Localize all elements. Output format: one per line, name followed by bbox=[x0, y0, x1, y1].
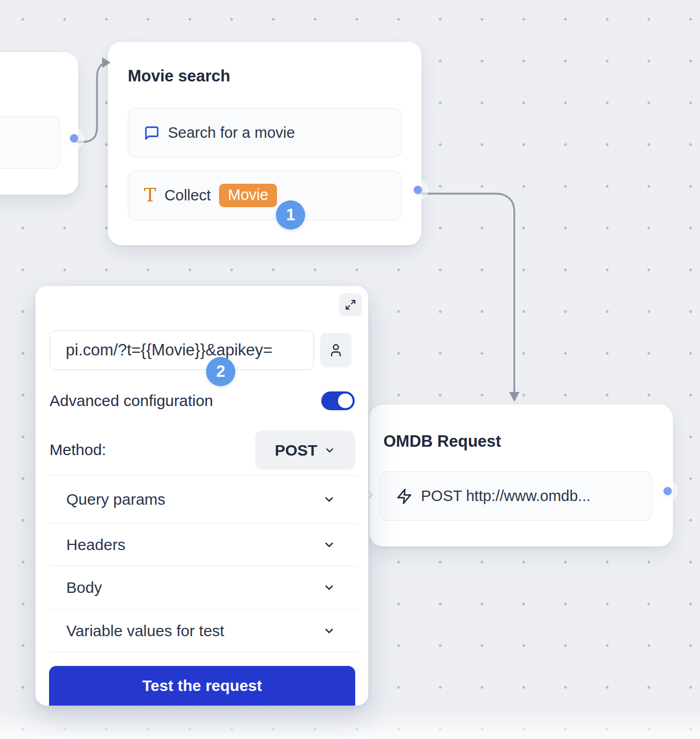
node-item-label: POST http://www.omdb... bbox=[421, 487, 590, 505]
lightning-icon bbox=[396, 488, 413, 505]
method-value: POST bbox=[275, 442, 318, 459]
method-dropdown[interactable]: POST bbox=[255, 431, 355, 470]
section-headers[interactable]: Headers bbox=[49, 523, 357, 566]
chevron-down-icon bbox=[323, 539, 335, 551]
section-label: Variable values for test bbox=[66, 622, 224, 640]
chevron-down-icon bbox=[324, 445, 335, 456]
step-badge-2: 2 bbox=[206, 357, 235, 386]
section-variable-values-for-test[interactable]: Variable values for test bbox=[49, 609, 357, 652]
section-label: Headers bbox=[66, 536, 125, 554]
connector-movie-search-to-omdb bbox=[421, 194, 514, 391]
step-badge-1: 1 bbox=[276, 200, 305, 230]
expand-icon bbox=[345, 299, 356, 311]
chevron-down-icon bbox=[323, 625, 335, 637]
node-omdb-request[interactable]: OMDB Request POST http://www.omdb... bbox=[369, 404, 673, 546]
chat-bubble-icon bbox=[144, 125, 160, 141]
expand-button[interactable] bbox=[339, 293, 362, 316]
chevron-down-icon bbox=[323, 581, 335, 594]
person-variable-button[interactable] bbox=[320, 333, 352, 367]
section-query-params[interactable]: Query params bbox=[49, 475, 357, 523]
node-item-collect-movie[interactable]: T Collect Movie bbox=[128, 171, 402, 220]
partial-node-left[interactable] bbox=[0, 52, 78, 195]
node-item-post-request[interactable]: POST http://www.omdb... bbox=[380, 471, 652, 521]
node-movie-search[interactable]: Movie search Search for a movie T Collec… bbox=[108, 42, 421, 245]
connector-left-to-movie-search bbox=[78, 63, 107, 142]
variable-badge-movie[interactable]: Movie bbox=[219, 184, 277, 207]
section-label: Query params bbox=[66, 491, 165, 508]
request-url-input[interactable] bbox=[50, 330, 314, 370]
webhook-config-panel[interactable]: Advanced configuration Method: POST Quer… bbox=[35, 286, 368, 706]
partial-node-item[interactable] bbox=[0, 116, 60, 169]
node-title: OMDB Request bbox=[383, 432, 501, 451]
output-port-movie-search[interactable] bbox=[414, 186, 422, 194]
node-title: Movie search bbox=[128, 67, 230, 86]
text-collect-icon: T bbox=[144, 186, 156, 205]
toggle-knob bbox=[338, 394, 353, 408]
chevron-down-icon bbox=[323, 493, 335, 506]
node-item-label: Search for a movie bbox=[168, 124, 295, 141]
person-icon bbox=[329, 343, 343, 357]
output-port-left-node[interactable] bbox=[70, 134, 78, 142]
output-port-omdb-request[interactable] bbox=[663, 487, 672, 495]
node-item-search-for-a-movie[interactable]: Search for a movie bbox=[128, 108, 402, 158]
connector-arrowhead-down bbox=[509, 392, 520, 402]
method-label: Method: bbox=[50, 440, 106, 459]
node-item-label: Collect bbox=[164, 187, 211, 204]
test-request-button[interactable]: Test the request bbox=[49, 666, 355, 706]
advanced-configuration-label: Advanced configuration bbox=[50, 391, 213, 410]
divider bbox=[49, 652, 357, 652]
section-body[interactable]: Body bbox=[49, 566, 357, 609]
section-label: Body bbox=[66, 579, 102, 597]
canvas-bottom-fade bbox=[0, 710, 700, 739]
flow-canvas[interactable]: Movie search Search for a movie T Collec… bbox=[0, 0, 700, 739]
advanced-configuration-toggle[interactable] bbox=[321, 391, 355, 410]
